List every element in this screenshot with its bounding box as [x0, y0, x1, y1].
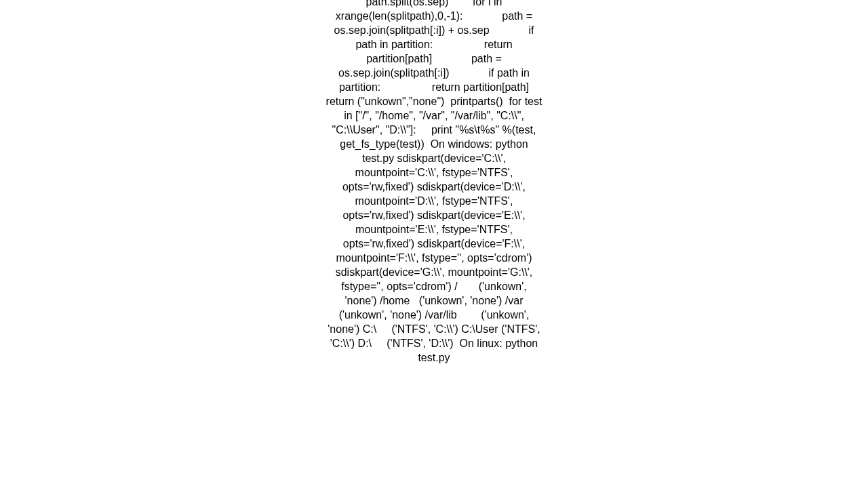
document-text-column: path.split(os.sep) for i in xrange(len(s… — [326, 0, 542, 365]
document-page: path.split(os.sep) for i in xrange(len(s… — [0, 0, 868, 488]
